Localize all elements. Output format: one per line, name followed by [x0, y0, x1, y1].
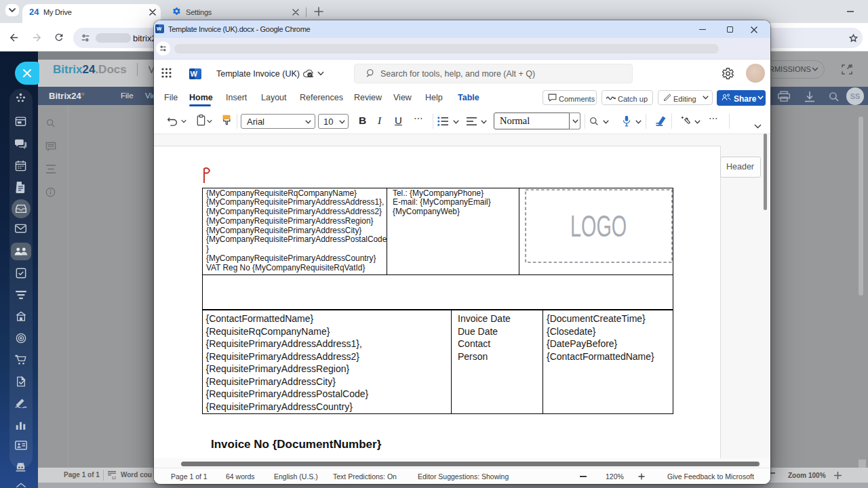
svg-text:123: 123	[112, 476, 117, 480]
